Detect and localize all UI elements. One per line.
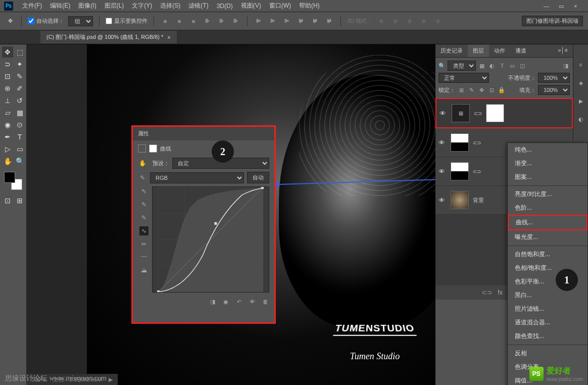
auto-select-input[interactable] — [28, 18, 34, 24]
opacity-input[interactable]: 100% — [538, 73, 570, 83]
close-tab-icon[interactable]: × — [167, 34, 170, 40]
clip-icon[interactable]: ◨ — [209, 298, 217, 306]
auto-select-target[interactable]: 组 — [68, 16, 93, 26]
dock-layers-icon[interactable]: ◈ — [576, 78, 586, 88]
cm-channel-mixer[interactable]: 通道混合器... — [508, 316, 587, 329]
zoom-tool[interactable]: 🔍 — [14, 156, 25, 167]
menu-type[interactable]: 文字(Y) — [128, 0, 156, 12]
layer-row-curves[interactable]: 👁 ⊞ ⊂⊃ — [435, 98, 573, 128]
align-icon-1[interactable]: ≡ — [160, 16, 170, 26]
pen-tool[interactable]: ✒ — [2, 131, 13, 142]
crop-tool[interactable]: ⊡ — [2, 71, 13, 82]
filter-type-icon[interactable]: T — [498, 62, 506, 70]
align-icon-6[interactable]: ⊪ — [231, 16, 241, 26]
doc-info-chevron[interactable]: ▶ — [109, 376, 113, 383]
canvas-area[interactable]: TUMENSTUDIO Tumen Studio 属性 曲线 2 ✋ 预设： 自… — [26, 44, 435, 385]
menu-select[interactable]: 选择(S) — [156, 0, 184, 12]
move-tool[interactable]: ✥ — [2, 46, 13, 58]
distribute-icon-6[interactable]: ⊯ — [324, 16, 334, 26]
lock-pixels-icon[interactable]: ✎ — [467, 86, 475, 94]
layer-link-icon[interactable]: ⊂⊃ — [474, 111, 482, 116]
cm-pattern[interactable]: 图案... — [508, 170, 587, 184]
auto-button[interactable]: 自动 — [247, 172, 269, 183]
cm-exposure[interactable]: 曝光度... — [508, 230, 587, 244]
link-layers-icon[interactable]: ⊂⊃ — [483, 288, 491, 297]
cm-brightness[interactable]: 亮度/对比度... — [508, 187, 587, 201]
menu-help[interactable]: 帮助(H) — [295, 0, 324, 12]
menu-file[interactable]: 文件(F) — [18, 0, 46, 12]
menu-layer[interactable]: 图层(L) — [101, 0, 128, 12]
cm-photo-filter[interactable]: 照片滤镜... — [508, 302, 587, 316]
fx-icon[interactable]: fx — [496, 288, 504, 297]
menu-filter[interactable]: 滤镜(T) — [184, 0, 212, 12]
layer-visibility-icon[interactable]: 👁 — [439, 110, 448, 117]
tab-actions[interactable]: 动作 — [489, 44, 510, 57]
cm-vibrance[interactable]: 自然饱和度... — [508, 248, 587, 261]
align-icon-2[interactable]: ≡ — [174, 16, 184, 26]
reset-icon[interactable]: ↶ — [235, 298, 243, 306]
layer-link-icon[interactable]: ⊂⊃ — [473, 169, 481, 174]
lock-artboard-icon[interactable]: ⊡ — [487, 86, 496, 94]
tab-layers[interactable]: 图层 — [468, 44, 489, 57]
cm-gradient[interactable]: 渐变... — [508, 157, 587, 170]
3d-icon-2[interactable]: ◉ — [390, 16, 401, 26]
visibility-icon[interactable]: 👁 — [248, 298, 256, 306]
dodge-tool[interactable]: ⊙ — [14, 119, 25, 130]
filter-shape-icon[interactable]: ▭ — [508, 62, 516, 70]
3d-icon-4[interactable]: ◉ — [419, 16, 429, 26]
minimize-button[interactable]: — — [544, 3, 550, 9]
cm-color-lookup[interactable]: 颜色查找... — [508, 329, 587, 343]
dock-adjust-icon[interactable]: ◐ — [576, 114, 586, 124]
layer-link-icon[interactable]: ⊂⊃ — [473, 140, 481, 146]
marquee-tool[interactable]: ⬚ — [14, 46, 25, 58]
lasso-tool[interactable]: ⊃ — [2, 59, 13, 70]
filter-toggle[interactable]: ◨ — [562, 62, 570, 70]
panel-menu-icon[interactable]: »│≡ — [553, 44, 573, 57]
auto-select-checkbox[interactable]: 自动选择： — [28, 17, 64, 25]
tab-channels[interactable]: 通道 — [510, 44, 531, 57]
type-tool[interactable]: T — [14, 131, 25, 142]
blur-tool[interactable]: ◉ — [2, 119, 13, 130]
show-transform-checkbox[interactable]: 显示变换控件 — [106, 17, 148, 25]
menu-image[interactable]: 图像(I) — [74, 0, 100, 12]
align-icon-3[interactable]: ≡ — [188, 16, 199, 26]
curve-smooth-tool[interactable]: 〰 — [139, 253, 149, 262]
align-icon-4[interactable]: ⊪ — [203, 16, 213, 26]
distribute-icon-3[interactable]: ⊫ — [282, 16, 292, 26]
fill-input[interactable]: 100% — [538, 85, 570, 95]
layer-visibility-icon[interactable]: 👁 — [438, 168, 447, 175]
eyedropper-black[interactable]: ✎ — [139, 187, 149, 196]
curve-hand-tool[interactable]: ⛰ — [139, 266, 149, 275]
eraser-tool[interactable]: ▱ — [2, 107, 13, 118]
blend-mode-select[interactable]: 正常 — [438, 73, 489, 83]
tab-history[interactable]: 历史记录 — [435, 44, 468, 57]
curve-draw-tool[interactable]: ✏ — [139, 239, 149, 249]
cm-curves[interactable]: 曲线... — [508, 215, 587, 230]
distribute-icon-5[interactable]: ⊯ — [310, 16, 320, 26]
eyedropper-tool[interactable]: ✎ — [14, 71, 25, 82]
shape-tool[interactable]: ▭ — [14, 143, 25, 155]
lock-transparency-icon[interactable]: ⊞ — [457, 86, 465, 94]
layer-visibility-icon[interactable]: 👁 — [438, 139, 447, 147]
distribute-icon-4[interactable]: ⊯ — [296, 16, 306, 26]
quickmask-tool[interactable]: ⊡ — [2, 195, 13, 206]
distribute-icon-1[interactable]: ⊫ — [254, 16, 264, 26]
healing-tool[interactable]: ⊛ — [2, 83, 13, 94]
cm-invert[interactable]: 反相 — [508, 347, 587, 360]
path-tool[interactable]: ▷ — [2, 143, 13, 155]
menu-window[interactable]: 窗口(W) — [265, 0, 295, 12]
eyedropper-white[interactable]: ✎ — [139, 213, 149, 222]
stamp-tool[interactable]: ⊥ — [2, 95, 13, 106]
color-swatch[interactable] — [4, 172, 22, 190]
history-brush-tool[interactable]: ↺ — [14, 95, 25, 106]
filter-adj-icon[interactable]: ◐ — [488, 62, 496, 70]
menu-edit[interactable]: 编辑(E) — [46, 0, 74, 12]
3d-icon-1[interactable]: ◉ — [376, 16, 386, 26]
menu-view[interactable]: 视图(V) — [237, 0, 265, 12]
cm-solid-color[interactable]: 纯色... — [508, 143, 587, 157]
foreground-color[interactable] — [4, 172, 15, 183]
dock-swatches-icon[interactable]: ≡ — [576, 60, 586, 70]
lock-position-icon[interactable]: ✥ — [477, 86, 485, 94]
cm-bw[interactable]: 黑白... — [508, 288, 587, 302]
filter-smart-icon[interactable]: ◫ — [518, 62, 526, 70]
